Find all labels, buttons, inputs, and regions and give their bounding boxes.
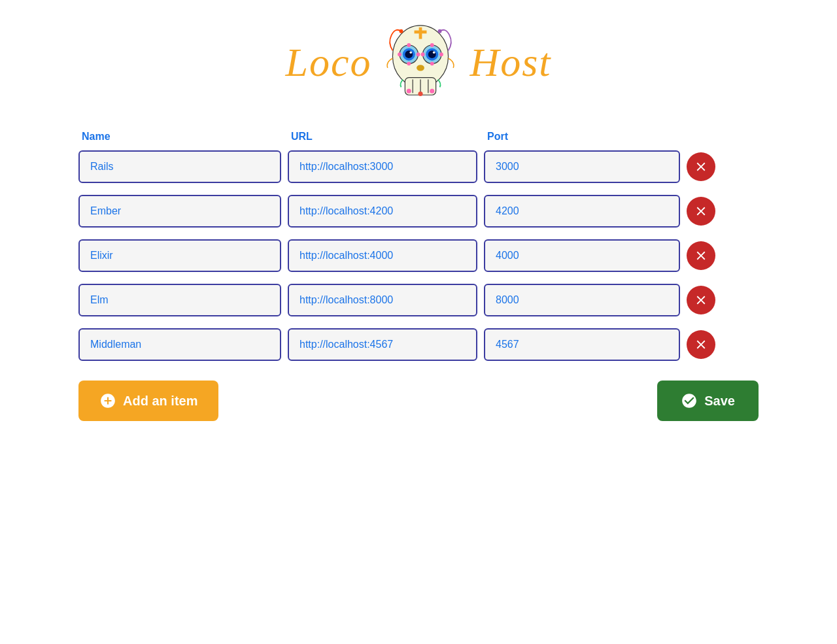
table-row [78, 328, 759, 361]
name-input[interactable] [78, 150, 281, 183]
name-input[interactable] [78, 239, 281, 272]
col-header-name: Name [82, 131, 284, 143]
add-item-label: Add an item [123, 394, 197, 409]
url-input[interactable] [288, 150, 477, 183]
logo-left: Loco [285, 39, 371, 86]
svg-point-8 [410, 51, 413, 54]
delete-row-button[interactable] [687, 197, 715, 226]
table-row [78, 195, 759, 228]
svg-rect-15 [415, 31, 427, 34]
table-row [78, 150, 759, 183]
svg-point-17 [407, 43, 411, 47]
logo-right: Host [470, 39, 551, 86]
add-item-button[interactable]: Add an item [78, 381, 218, 421]
app-header: Loco [0, 0, 837, 131]
x-icon [694, 337, 708, 352]
table-row [78, 284, 759, 316]
col-header-url: URL [291, 131, 481, 143]
delete-row-button[interactable] [687, 241, 715, 270]
plus-icon [99, 392, 116, 409]
svg-point-25 [438, 29, 442, 33]
save-label: Save [704, 394, 735, 409]
svg-point-19 [407, 61, 411, 65]
svg-point-23 [430, 61, 434, 65]
url-input[interactable] [288, 195, 477, 228]
port-input[interactable] [484, 328, 680, 361]
checkmark-icon [681, 392, 698, 409]
svg-point-13 [417, 65, 425, 71]
svg-point-16 [398, 52, 402, 56]
port-input[interactable] [484, 239, 680, 272]
svg-point-28 [430, 89, 435, 93]
x-icon [694, 160, 708, 174]
delete-row-button[interactable] [687, 286, 715, 314]
url-input[interactable] [288, 284, 477, 316]
name-input[interactable] [78, 328, 281, 361]
logo-skull-icon [378, 20, 463, 105]
main-content: Name URL Port [39, 131, 798, 421]
svg-point-21 [430, 43, 434, 47]
url-input[interactable] [288, 328, 477, 361]
rows-container [78, 150, 759, 361]
x-icon [694, 293, 708, 307]
actions-row: Add an item Save [78, 381, 759, 421]
name-input[interactable] [78, 195, 281, 228]
name-input[interactable] [78, 284, 281, 316]
delete-row-button[interactable] [687, 152, 715, 181]
url-input[interactable] [288, 239, 477, 272]
svg-point-18 [417, 52, 420, 56]
port-input[interactable] [484, 150, 680, 183]
table-header: Name URL Port [78, 131, 759, 143]
svg-point-24 [400, 29, 403, 33]
x-icon [694, 204, 708, 218]
svg-point-26 [407, 89, 411, 93]
svg-point-12 [433, 51, 436, 54]
x-icon [694, 248, 708, 263]
col-header-port: Port [487, 131, 683, 143]
port-input[interactable] [484, 195, 680, 228]
svg-point-22 [439, 52, 443, 56]
table-row [78, 239, 759, 272]
svg-point-20 [421, 52, 425, 56]
svg-point-27 [418, 92, 423, 96]
port-input[interactable] [484, 284, 680, 316]
save-button[interactable]: Save [657, 381, 759, 421]
delete-row-button[interactable] [687, 330, 715, 359]
